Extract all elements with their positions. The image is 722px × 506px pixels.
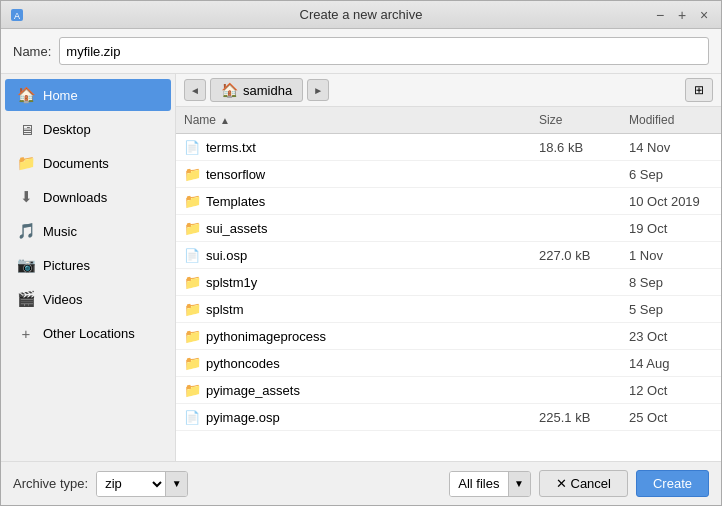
breadcrumb-button[interactable]: 🏠 samidha <box>210 78 303 102</box>
file-cell-modified: 6 Sep <box>621 165 721 184</box>
folder-icon: 📁 <box>184 274 201 290</box>
archive-type-select-wrap[interactable]: zip tar tar.gz tar.bz2 7z ▼ <box>96 471 188 497</box>
table-row[interactable]: 📁 pyimage_assets 12 Oct <box>176 377 721 404</box>
table-row[interactable]: 📄 sui.osp 227.0 kB 1 Nov <box>176 242 721 269</box>
file-list-body[interactable]: 📄 terms.txt 18.6 kB 14 Nov 📁 tensorflow … <box>176 134 721 461</box>
file-type-icon: 📄 <box>184 139 200 155</box>
folder-icon: 📁 <box>184 355 201 371</box>
table-row[interactable]: 📁 Templates 10 Oct 2019 <box>176 188 721 215</box>
file-type-icon: 📁 <box>184 193 200 209</box>
back-button[interactable]: ◄ <box>184 79 206 101</box>
close-button[interactable]: × <box>695 6 713 24</box>
file-cell-name: 📄 pyimage.osp <box>176 407 531 427</box>
file-cell-size <box>531 334 621 338</box>
sidebar-icon-home: 🏠 <box>17 86 35 104</box>
file-name: splstm1y <box>206 275 257 290</box>
col-modified-header[interactable]: Modified <box>621 111 721 129</box>
archive-type-select[interactable]: zip tar tar.gz tar.bz2 7z <box>97 472 165 496</box>
file-name: pythoncodes <box>206 356 280 371</box>
sidebar-item-documents[interactable]: 📁 Documents <box>5 147 171 179</box>
sidebar-item-videos[interactable]: 🎬 Videos <box>5 283 171 315</box>
sidebar-item-music[interactable]: 🎵 Music <box>5 215 171 247</box>
file-name: sui_assets <box>206 221 267 236</box>
file-type-icon: 📁 <box>184 301 200 317</box>
file-cell-size <box>531 388 621 392</box>
file-icon: 📄 <box>184 410 200 425</box>
bottom-bar: Archive type: zip tar tar.gz tar.bz2 7z … <box>1 461 721 505</box>
filter-dropdown-icon[interactable]: ▼ <box>508 472 530 496</box>
main-area: 🏠 Home 🖥 Desktop 📁 Documents ⬇ Downloads… <box>1 74 721 461</box>
table-row[interactable]: 📄 terms.txt 18.6 kB 14 Nov <box>176 134 721 161</box>
file-cell-size <box>531 226 621 230</box>
sidebar-item-desktop[interactable]: 🖥 Desktop <box>5 113 171 145</box>
filter-wrap[interactable]: All files ▼ <box>449 471 530 497</box>
file-icon: 📄 <box>184 248 200 263</box>
file-cell-name: 📁 pythonimageprocess <box>176 326 531 346</box>
folder-icon: 📁 <box>184 382 201 398</box>
minimize-button[interactable]: − <box>651 6 669 24</box>
svg-text:A: A <box>14 11 20 21</box>
col-name-header[interactable]: Name ▲ <box>176 111 531 129</box>
folder-icon: 📁 <box>184 193 201 209</box>
sidebar-icon-downloads: ⬇ <box>17 188 35 206</box>
name-label: Name: <box>13 44 51 59</box>
table-row[interactable]: 📁 pythoncodes 14 Aug <box>176 350 721 377</box>
create-button[interactable]: Create <box>636 470 709 497</box>
filename-input[interactable] <box>59 37 709 65</box>
file-type-icon: 📄 <box>184 247 200 263</box>
file-cell-name: 📁 splstm <box>176 299 531 319</box>
table-row[interactable]: 📁 sui_assets 19 Oct <box>176 215 721 242</box>
file-type-icon: 📁 <box>184 328 200 344</box>
maximize-button[interactable]: + <box>673 6 691 24</box>
file-cell-name: 📁 Templates <box>176 191 531 211</box>
file-type-icon: 📁 <box>184 166 200 182</box>
sidebar-icon-pictures: 📷 <box>17 256 35 274</box>
file-name: terms.txt <box>206 140 256 155</box>
archive-type-label: Archive type: <box>13 476 88 491</box>
sidebar-label-videos: Videos <box>43 292 83 307</box>
sidebar-item-home[interactable]: 🏠 Home <box>5 79 171 111</box>
sidebar-label-other: Other Locations <box>43 326 135 341</box>
file-cell-name: 📁 sui_assets <box>176 218 531 238</box>
archive-dropdown-icon: ▼ <box>165 472 187 496</box>
sidebar-item-pictures[interactable]: 📷 Pictures <box>5 249 171 281</box>
table-row[interactable]: 📁 splstm1y 8 Sep <box>176 269 721 296</box>
table-row[interactable]: 📁 splstm 5 Sep <box>176 296 721 323</box>
sidebar-item-other[interactable]: + Other Locations <box>5 317 171 349</box>
sidebar-label-music: Music <box>43 224 77 239</box>
file-name: pythonimageprocess <box>206 329 326 344</box>
file-cell-modified: 1 Nov <box>621 246 721 265</box>
file-cell-modified: 10 Oct 2019 <box>621 192 721 211</box>
folder-icon: 📁 <box>184 328 201 344</box>
view-button[interactable]: ⊞ <box>685 78 713 102</box>
action-buttons: ✕ Cancel Create <box>539 470 710 497</box>
sidebar-icon-videos: 🎬 <box>17 290 35 308</box>
table-row[interactable]: 📄 pyimage.osp 225.1 kB 25 Oct <box>176 404 721 431</box>
folder-icon: 📁 <box>184 166 201 182</box>
file-cell-modified: 12 Oct <box>621 381 721 400</box>
folder-icon: 📁 <box>184 220 201 236</box>
sidebar: 🏠 Home 🖥 Desktop 📁 Documents ⬇ Downloads… <box>1 74 176 461</box>
cancel-icon: ✕ <box>556 476 567 491</box>
file-name: Templates <box>206 194 265 209</box>
titlebar: A Create a new archive − + × <box>1 1 721 29</box>
col-size-header[interactable]: Size <box>531 111 621 129</box>
location-bar: ◄ 🏠 samidha ► ⊞ <box>176 74 721 107</box>
view-icon: ⊞ <box>694 83 704 97</box>
sidebar-item-downloads[interactable]: ⬇ Downloads <box>5 181 171 213</box>
file-cell-modified: 23 Oct <box>621 327 721 346</box>
file-cell-modified: 25 Oct <box>621 408 721 427</box>
file-cell-name: 📄 terms.txt <box>176 137 531 157</box>
sidebar-label-desktop: Desktop <box>43 122 91 137</box>
file-icon: 📄 <box>184 140 200 155</box>
name-col-label: Name <box>184 113 216 127</box>
cancel-button[interactable]: ✕ Cancel <box>539 470 628 497</box>
file-cell-modified: 8 Sep <box>621 273 721 292</box>
sidebar-label-pictures: Pictures <box>43 258 90 273</box>
forward-button[interactable]: ► <box>307 79 329 101</box>
sidebar-icon-documents: 📁 <box>17 154 35 172</box>
table-row[interactable]: 📁 pythonimageprocess 23 Oct <box>176 323 721 350</box>
filter-label[interactable]: All files <box>450 472 507 496</box>
file-cell-name: 📁 tensorflow <box>176 164 531 184</box>
table-row[interactable]: 📁 tensorflow 6 Sep <box>176 161 721 188</box>
